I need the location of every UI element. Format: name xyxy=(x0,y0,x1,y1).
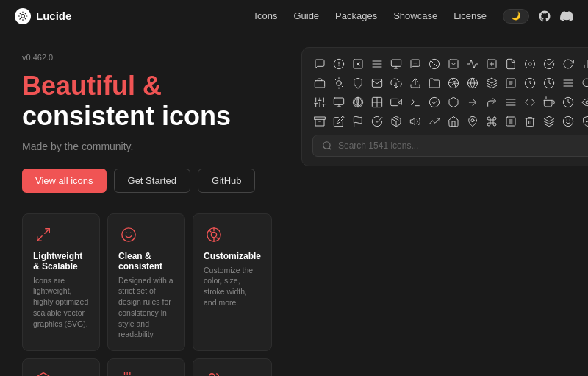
svg-line-88 xyxy=(394,118,398,120)
icon-cell[interactable] xyxy=(408,114,423,129)
icon-cell[interactable] xyxy=(427,57,442,71)
icon-cell[interactable] xyxy=(542,76,556,91)
icon-cell[interactable] xyxy=(561,95,576,110)
icon-cell[interactable] xyxy=(580,114,588,129)
feature-card-packages: Packages support Lucide is available as … xyxy=(22,358,100,376)
svg-line-31 xyxy=(431,60,437,67)
svg-point-7 xyxy=(211,232,216,237)
icon-cell[interactable] xyxy=(370,76,384,91)
icon-cell[interactable] xyxy=(561,76,576,91)
search-input[interactable] xyxy=(338,141,588,151)
icon-cell[interactable] xyxy=(351,57,365,71)
theme-toggle[interactable]: 🌙 xyxy=(503,9,529,24)
nav-showcase[interactable]: Showcase xyxy=(393,10,437,21)
icon-cell[interactable] xyxy=(331,95,346,110)
nav-links: Icons Guide Packages Showcase License xyxy=(254,10,487,21)
icon-cell[interactable] xyxy=(580,76,588,91)
icon-cell[interactable] xyxy=(312,57,327,71)
icon-cell[interactable] xyxy=(580,57,588,71)
icon-cell[interactable] xyxy=(408,76,423,91)
clean-icon xyxy=(118,224,139,245)
icon-cell[interactable] xyxy=(427,76,442,91)
icon-cell[interactable] xyxy=(312,95,327,110)
icon-cell[interactable] xyxy=(389,114,404,129)
icon-cell[interactable] xyxy=(446,114,461,129)
icon-cell[interactable] xyxy=(312,114,327,129)
icon-cell[interactable] xyxy=(331,114,346,129)
icon-cell[interactable] xyxy=(542,95,556,110)
icon-cell[interactable] xyxy=(523,57,537,71)
right-panel xyxy=(294,32,588,376)
view-all-icons-button[interactable]: View all icons xyxy=(22,169,107,193)
hero-title-main: consistent icons xyxy=(22,101,231,131)
svg-marker-48 xyxy=(487,78,496,83)
icon-cell[interactable] xyxy=(331,76,346,91)
icon-cell[interactable] xyxy=(446,95,461,110)
get-started-button[interactable]: Get Started xyxy=(114,169,190,193)
navbar: Lucide Icons Guide Packages Showcase Lic… xyxy=(0,0,588,32)
icon-cell[interactable] xyxy=(465,95,480,110)
github-icon[interactable] xyxy=(538,10,551,23)
icon-cell[interactable] xyxy=(523,76,537,91)
icon-cell[interactable] xyxy=(484,57,499,71)
icon-cell[interactable] xyxy=(351,76,365,91)
icon-cell[interactable] xyxy=(561,114,576,129)
github-button[interactable]: GitHub xyxy=(198,169,255,193)
icon-cell[interactable] xyxy=(542,114,556,129)
nav-actions: 🌙 xyxy=(503,9,573,24)
icon-cell[interactable] xyxy=(370,114,384,129)
icon-cell[interactable] xyxy=(542,57,556,71)
icon-cell[interactable] xyxy=(523,95,537,110)
nav-packages[interactable]: Packages xyxy=(335,10,377,21)
icon-cell[interactable] xyxy=(465,114,480,129)
svg-line-1 xyxy=(45,229,49,233)
icon-cell[interactable] xyxy=(465,57,480,71)
svg-rect-37 xyxy=(315,81,324,88)
icon-cell[interactable] xyxy=(503,95,518,110)
icon-cell[interactable] xyxy=(503,114,518,129)
icon-cell[interactable] xyxy=(331,57,346,71)
icon-cell[interactable] xyxy=(389,57,404,71)
icon-cell[interactable] xyxy=(427,114,442,129)
packages-icon xyxy=(33,369,54,376)
icon-cell[interactable] xyxy=(446,57,461,71)
hero-title-accent: Beautiful & xyxy=(22,71,162,101)
logo: Lucide xyxy=(15,8,71,24)
icon-cell[interactable] xyxy=(408,57,423,71)
icon-cell[interactable] xyxy=(465,76,480,91)
icon-showcase xyxy=(301,47,588,166)
nav-guide[interactable]: Guide xyxy=(293,10,319,21)
icon-grid xyxy=(312,57,588,129)
icon-cell[interactable] xyxy=(503,57,518,71)
icon-cell[interactable] xyxy=(370,57,384,71)
icon-cell[interactable] xyxy=(561,57,576,71)
logo-icon xyxy=(15,8,31,24)
icon-cell[interactable] xyxy=(427,95,442,110)
icon-cell[interactable] xyxy=(484,76,499,91)
icon-cell[interactable] xyxy=(580,95,588,110)
icon-cell[interactable] xyxy=(408,95,423,110)
icon-cell[interactable] xyxy=(351,95,365,110)
icon-cell[interactable] xyxy=(351,114,365,129)
treeshakable-icon xyxy=(118,369,139,376)
icon-cell[interactable] xyxy=(446,76,461,91)
discord-icon[interactable] xyxy=(560,10,573,23)
svg-rect-85 xyxy=(315,117,326,119)
icon-cell[interactable] xyxy=(312,76,327,91)
icon-cell[interactable] xyxy=(389,76,404,91)
left-panel: v0.462.0 Beautiful & consistent icons Ma… xyxy=(0,32,294,376)
svg-point-38 xyxy=(337,81,342,86)
icon-cell[interactable] xyxy=(389,95,404,110)
nav-license[interactable]: License xyxy=(453,10,487,21)
icon-cell[interactable] xyxy=(484,95,499,110)
clean-title: Clean & consistent xyxy=(118,251,174,272)
svg-line-10 xyxy=(209,230,212,232)
lightweight-title: Lightweight & Scalable xyxy=(33,251,89,272)
nav-icons[interactable]: Icons xyxy=(254,10,277,21)
svg-point-102 xyxy=(323,142,330,149)
icon-cell[interactable] xyxy=(484,114,499,129)
search-bar xyxy=(312,135,588,157)
icon-cell[interactable] xyxy=(503,76,518,91)
icon-cell[interactable] xyxy=(523,114,537,129)
icon-cell[interactable] xyxy=(370,95,384,110)
